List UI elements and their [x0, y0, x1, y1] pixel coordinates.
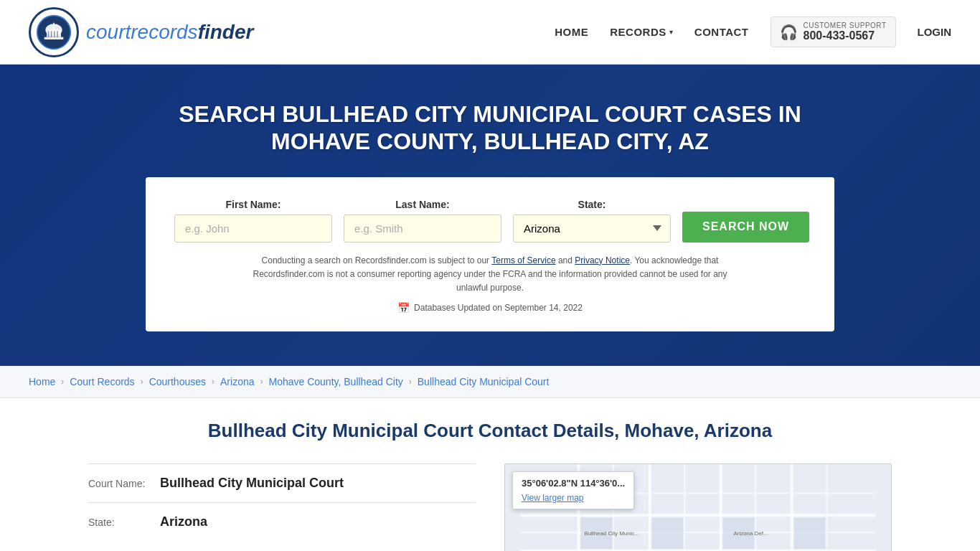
breadcrumb: Home › Court Records › Courthouses › Ari…	[0, 366, 980, 398]
db-updated: 📅 Databases Updated on September 14, 202…	[174, 302, 806, 314]
nav-login[interactable]: LOGIN	[918, 26, 952, 38]
disclaimer-text: Conducting a search on Recordsfinder.com…	[239, 254, 741, 296]
state-label: State:	[513, 199, 671, 210]
nav-home[interactable]: HOME	[555, 26, 588, 38]
court-name-row: Court Name: Bullhead City Municipal Cour…	[88, 463, 476, 502]
first-name-label: First Name:	[174, 199, 332, 210]
court-name-value: Bullhead City Municipal Court	[160, 476, 344, 491]
calendar-icon: 📅	[397, 302, 410, 314]
search-button[interactable]: SEARCH NOW	[682, 212, 809, 242]
support-box[interactable]: 🎧 CUSTOMER SUPPORT 800-433-0567	[771, 17, 896, 47]
court-name-label: Court Name:	[88, 478, 153, 489]
map-popup: 35°06'02.8"N 114°36'0... View larger map	[512, 471, 634, 509]
logo-wordmark: courtrecordsfinder	[86, 21, 253, 44]
last-name-input[interactable]	[344, 215, 501, 242]
breadcrumb-court-records[interactable]: Court Records	[70, 376, 134, 387]
svg-rect-19	[791, 464, 793, 551]
state-row: State: Arizona	[88, 502, 476, 541]
breadcrumb-sep-1: ›	[61, 377, 64, 387]
svg-rect-8	[57, 31, 58, 37]
state-info-label: State:	[88, 517, 153, 528]
breadcrumb-sep-3: ›	[212, 377, 215, 387]
site-logo[interactable]: courtrecordsfinder	[29, 7, 253, 57]
svg-rect-3	[44, 37, 64, 39]
breadcrumb-sep-4: ›	[260, 377, 263, 387]
map-container: Bullhead City Munic... Arizona Def... 35…	[504, 463, 892, 551]
first-name-input[interactable]	[174, 215, 332, 242]
last-name-label: Last Name:	[344, 199, 501, 210]
svg-rect-22	[755, 464, 756, 551]
breadcrumb-mohave[interactable]: Mohave County, Bullhead City	[268, 376, 402, 387]
svg-rect-10	[520, 514, 875, 517]
svg-rect-25	[652, 517, 684, 549]
chevron-down-icon: ▾	[669, 28, 673, 36]
breadcrumb-sep-5: ›	[409, 377, 412, 387]
terms-link[interactable]: Terms of Service	[491, 255, 555, 265]
main-content: Bullhead City Municipal Court Contact De…	[60, 398, 920, 551]
state-info-value: Arizona	[160, 514, 207, 529]
svg-text:Bullhead City Munic...: Bullhead City Munic...	[584, 530, 639, 537]
search-fields: First Name: Last Name: State: Arizona SE…	[174, 199, 806, 242]
content-grid: Court Name: Bullhead City Municipal Cour…	[88, 463, 892, 551]
svg-rect-23	[826, 464, 827, 551]
nav-contact[interactable]: CONTACT	[694, 26, 749, 38]
svg-rect-7	[54, 31, 55, 37]
breadcrumb-home[interactable]: Home	[29, 376, 55, 387]
first-name-group: First Name:	[174, 199, 332, 242]
svg-rect-27	[794, 517, 826, 549]
main-nav: HOME RECORDS ▾ CONTACT 🎧 CUSTOMER SUPPOR…	[555, 17, 951, 47]
svg-rect-5	[48, 31, 50, 37]
privacy-link[interactable]: Privacy Notice	[575, 255, 630, 265]
svg-text:Arizona Def...: Arizona Def...	[734, 530, 768, 537]
phone-icon: 🎧	[780, 24, 798, 41]
view-larger-map[interactable]: View larger map	[522, 493, 583, 503]
support-label: CUSTOMER SUPPORT	[804, 22, 887, 29]
last-name-group: Last Name:	[344, 199, 501, 242]
info-section: Court Name: Bullhead City Municipal Cour…	[88, 463, 476, 551]
nav-records[interactable]: RECORDS	[610, 26, 666, 38]
content-title: Bullhead City Municipal Court Contact De…	[88, 420, 892, 442]
svg-rect-4	[53, 22, 55, 29]
state-group: State: Arizona	[513, 199, 671, 242]
support-number: 800-433-0567	[804, 29, 887, 42]
support-info: CUSTOMER SUPPORT 800-433-0567	[804, 22, 887, 42]
map-section: Bullhead City Munic... Arizona Def... 35…	[504, 463, 892, 551]
hero-title: SEARCH BULLHEAD CITY MUNICIPAL COURT CAS…	[167, 100, 813, 156]
db-updated-text: Databases Updated on September 14, 2022	[414, 303, 583, 313]
svg-rect-21	[684, 464, 685, 551]
breadcrumb-arizona[interactable]: Arizona	[220, 376, 254, 387]
svg-rect-17	[649, 464, 651, 551]
search-box: First Name: Last Name: State: Arizona SE…	[146, 177, 834, 332]
hero-section: SEARCH BULLHEAD CITY MUNICIPAL COURT CAS…	[0, 65, 980, 366]
breadcrumb-current: Bullhead City Municipal Court	[418, 376, 550, 387]
logo-icon	[29, 7, 79, 57]
site-header: courtrecordsfinder HOME RECORDS ▾ CONTAC…	[0, 0, 980, 65]
map-coords: 35°06'02.8"N 114°36'0...	[522, 478, 625, 489]
breadcrumb-courthouses[interactable]: Courthouses	[149, 376, 206, 387]
svg-rect-6	[51, 31, 52, 37]
nav-records-wrapper: RECORDS ▾	[610, 26, 673, 38]
state-select[interactable]: Arizona	[513, 215, 671, 242]
svg-rect-18	[720, 464, 722, 551]
breadcrumb-sep-2: ›	[141, 377, 143, 387]
